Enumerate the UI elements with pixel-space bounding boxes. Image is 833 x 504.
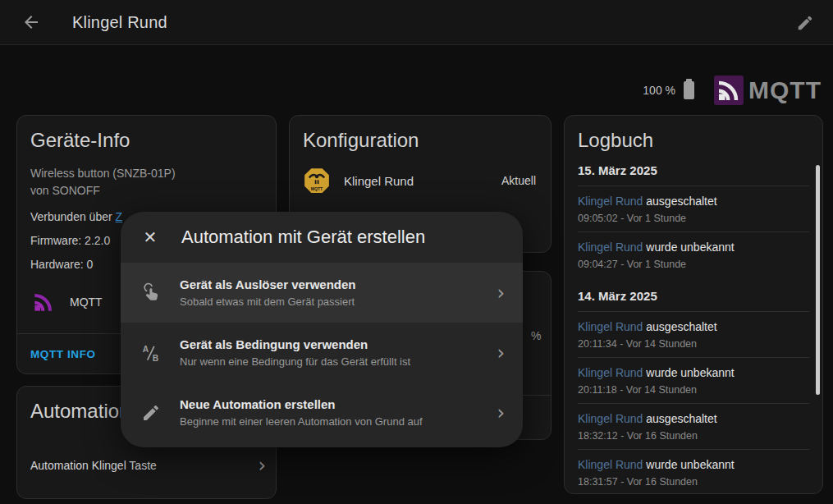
entity-link[interactable]: Klingel Rund — [578, 366, 643, 379]
logbook-time: 18:31:57 - Vor 16 Stunden — [578, 476, 809, 488]
option-title: Gerät als Auslöser verwenden — [180, 277, 478, 291]
svg-text:A: A — [143, 344, 149, 353]
battery-icon — [684, 81, 694, 99]
logbook-time: 09:05:02 - Vor 1 Stunde — [578, 213, 809, 224]
mqtt-brand-logo: MQTT — [714, 76, 822, 105]
logbook-time: 18:32:12 - Vor 16 Stunden — [578, 430, 809, 442]
config-status: Aktuell — [501, 174, 536, 187]
close-icon[interactable]: ✕ — [140, 227, 160, 247]
device-model: Wireless button (SNZB-01P) — [30, 165, 263, 182]
config-device-name: Klingel Rund — [344, 174, 488, 188]
device-info-title: Geräte-Info — [30, 129, 263, 152]
logbook-card: Logbuch 15. März 2025 Klingel Rund ausge… — [564, 115, 823, 494]
logbook-date: 14. März 2025 — [578, 289, 809, 303]
entity-link[interactable]: Klingel Rund — [578, 320, 643, 333]
logbook-time: 20:11:34 - Vor 14 Stunden — [578, 338, 809, 350]
entity-link[interactable]: Klingel Rund — [578, 241, 643, 254]
logbook-time: 09:04:27 - Vor 1 Stunde — [578, 259, 809, 270]
mqtt-integration-icon — [30, 289, 57, 315]
zigbee2mqtt-row[interactable]: MQTT Klingel Rund Aktuell — [303, 167, 538, 195]
mqtt-logo-icon — [714, 76, 744, 105]
status-row: 100 % MQTT — [643, 74, 822, 107]
svg-text:B: B — [153, 354, 158, 363]
option-device-condition[interactable]: A B Gerät als Bedingung verwenden Nur we… — [121, 323, 523, 383]
entity-link[interactable]: Klingel Rund — [578, 458, 643, 471]
mqtt-integration-label: MQTT — [70, 296, 103, 309]
page-title: Klingel Rund — [72, 13, 167, 32]
chevron-right-icon: › — [497, 345, 505, 361]
automation-name: Automation Klingel Taste — [30, 459, 258, 472]
chevron-right-icon: › — [497, 405, 505, 421]
svg-text:MQTT: MQTT — [311, 186, 323, 191]
option-title: Gerät als Bedingung verwenden — [180, 337, 478, 351]
entity-link[interactable]: Klingel Rund — [578, 412, 643, 425]
option-subtitle: Beginne mit einer leeren Automation von … — [180, 415, 478, 428]
automation-row[interactable]: Automation Klingel Taste › — [30, 457, 266, 474]
ab-testing-icon: A B — [140, 342, 162, 364]
option-new-automation[interactable]: Neue Automation erstellen Beginne mit ei… — [121, 383, 523, 442]
pencil-icon — [140, 403, 162, 423]
gesture-tap-icon — [140, 282, 162, 304]
mqtt-info-link[interactable]: MQTT INFO — [30, 348, 96, 360]
battery-percent-sign: % — [531, 329, 541, 342]
arrow-left-icon — [21, 12, 41, 32]
edit-device-button[interactable] — [785, 3, 825, 43]
logbook-entry: Klingel Rund wurde unbekannt 18:31:57 - … — [578, 449, 809, 494]
battery-percent: 100 % — [643, 84, 675, 97]
logbook-entry: Klingel Rund wurde unbekannt 09:04:27 - … — [578, 231, 809, 277]
dialog-title: Automation mit Gerät erstellen — [181, 227, 425, 248]
pencil-icon — [796, 14, 814, 32]
back-button[interactable] — [11, 2, 51, 42]
logbook-entry: Klingel Rund wurde unbekannt 20:11:18 - … — [578, 357, 809, 403]
chevron-right-icon: › — [258, 457, 266, 474]
device-manufacturer: von SONOFF — [30, 182, 263, 199]
option-title: Neue Automation erstellen — [180, 397, 478, 411]
option-device-trigger[interactable]: Gerät als Auslöser verwenden Sobald etwa… — [121, 263, 523, 323]
connected-via-link[interactable]: Z — [116, 210, 123, 223]
logbook-time: 20:11:18 - Vor 14 Stunden — [578, 384, 809, 396]
logbook-entry: Klingel Rund ausgeschaltet 09:05:02 - Vo… — [578, 186, 809, 231]
create-automation-dialog: ✕ Automation mit Gerät erstellen Gerät a… — [121, 212, 523, 447]
mqtt-brand-text: MQTT — [748, 76, 822, 104]
logbook-entry: Klingel Rund ausgeschaltet 18:32:12 - Vo… — [578, 403, 809, 449]
dialog-header: ✕ Automation mit Gerät erstellen — [121, 212, 523, 263]
app-header: Klingel Rund — [0, 0, 833, 45]
option-subtitle: Nur wenn eine Bedingung für das Gerät er… — [180, 355, 478, 368]
configuration-title: Konfiguration — [303, 129, 538, 152]
chevron-right-icon: › — [497, 285, 505, 301]
entity-link[interactable]: Klingel Rund — [578, 195, 643, 208]
logbook-date: 15. März 2025 — [578, 163, 809, 177]
logbook-title: Logbuch — [578, 129, 809, 152]
zigbee2mqtt-icon: MQTT — [303, 167, 331, 195]
logbook-entry: Klingel Rund ausgeschaltet 20:11:34 - Vo… — [578, 311, 809, 357]
option-subtitle: Sobald etwas mit dem Gerät passiert — [180, 296, 478, 308]
logbook-scrollbar[interactable] — [816, 165, 820, 395]
